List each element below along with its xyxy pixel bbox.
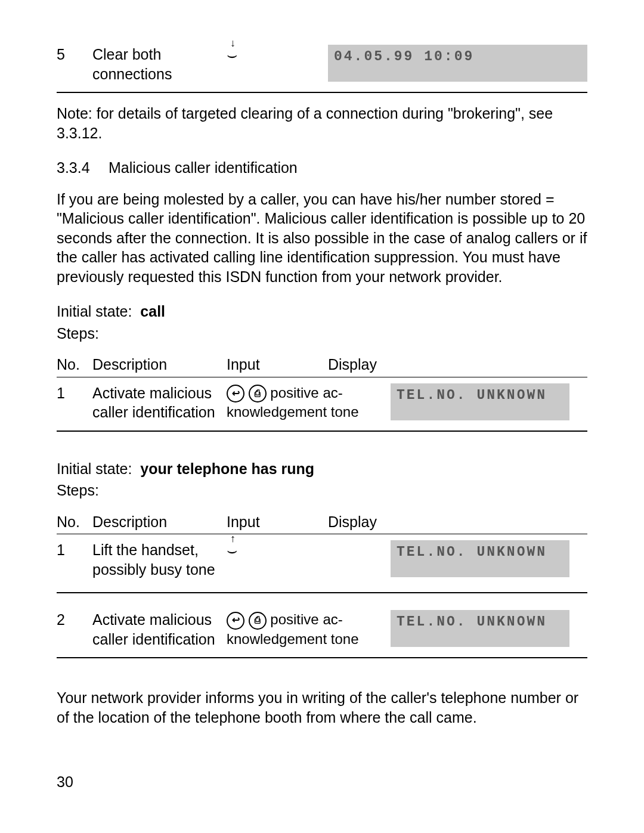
initial-state-label: Initial state: [57, 460, 132, 477]
lcd-display: 04.05.99 10:09 [328, 45, 587, 82]
step-display: 04.05.99 10:09 [328, 45, 587, 82]
input-text: positive ac- knowledgement tone [227, 385, 358, 420]
step-description: Activate malicious caller identification [92, 610, 227, 649]
section-number: 3.3.4 [57, 158, 104, 178]
initial-state-value: your telephone has rung [140, 460, 314, 477]
step-input: ↓⌣ [227, 45, 328, 64]
step-display: TEL.NO. UNKNOWN [391, 540, 569, 577]
step-description: Clear both connections [92, 45, 227, 83]
divider [57, 92, 587, 93]
steps-label: Steps: [57, 324, 587, 343]
top-continuation-row: 5 Clear both connections ↓⌣ 04.05.99 10:… [57, 39, 587, 83]
footer-paragraph: Your network provider informs you in wri… [57, 688, 587, 727]
lcd-display: TEL.NO. UNKNOWN [391, 383, 569, 420]
initial-state-label: Initial state: [57, 303, 132, 320]
step-display: TEL.NO. UNKNOWN [391, 383, 569, 420]
col-display-header: Display [328, 355, 587, 374]
step-no: 1 [57, 383, 92, 403]
step-input: ↩ ⎙ positive ac- knowledgement tone [227, 610, 391, 648]
table-row: 1 Lift the handset, possibly busy tone ↑… [57, 534, 587, 579]
lcd-display: TEL.NO. UNKNOWN [391, 610, 569, 647]
note-paragraph: Note: for details of targeted clearing o… [57, 104, 587, 143]
handset-up-icon: ↑⌣ [227, 543, 237, 559]
initial-state-value: call [140, 303, 165, 320]
section-heading: 3.3.4 Malicious caller identification [57, 158, 587, 178]
divider [57, 592, 587, 593]
divider [57, 431, 587, 432]
step-display: TEL.NO. UNKNOWN [391, 610, 569, 647]
handset-down-icon: ↓⌣ [227, 47, 237, 64]
table-header: No. Description Input Display [57, 512, 587, 535]
intro-paragraph: If you are being molested by a caller, y… [57, 190, 587, 287]
col-desc-header: Description [92, 355, 227, 374]
steps-label: Steps: [57, 481, 587, 500]
step-no: 2 [57, 610, 92, 630]
step-description: Activate malicious caller identification [92, 383, 227, 422]
memory-icon: ⎙ [249, 385, 267, 402]
divider [57, 657, 587, 658]
col-no-header: No. [57, 512, 92, 532]
memory-icon: ⎙ [249, 612, 267, 630]
step-no: 1 [57, 540, 92, 560]
step-description: Lift the handset, possibly busy tone [92, 540, 227, 579]
lcd-display: TEL.NO. UNKNOWN [391, 540, 569, 577]
col-input-header: Input [227, 355, 328, 374]
step-input: ↑⌣ [227, 540, 391, 560]
table-header: No. Description Input Display [57, 355, 587, 377]
table-row: 1 Activate malicious caller identificati… [57, 377, 587, 422]
input-text: positive ac- knowledgement tone [227, 611, 358, 647]
recall-icon: ↩ [227, 612, 244, 630]
recall-icon: ↩ [227, 385, 244, 402]
col-no-header: No. [57, 355, 92, 374]
step-no: 5 [57, 45, 92, 64]
table-row: 2 Activate malicious caller identificati… [57, 604, 587, 649]
initial-state-row: Initial state: your telephone has rung [57, 459, 587, 479]
initial-state-row: Initial state: call [57, 302, 587, 321]
col-desc-header: Description [92, 512, 227, 532]
col-display-header: Display [328, 512, 587, 532]
col-input-header: Input [227, 512, 328, 532]
section-title: Malicious caller identification [109, 159, 298, 176]
page-number: 30 [57, 772, 73, 792]
step-input: ↩ ⎙ positive ac- knowledgement tone [227, 383, 391, 422]
